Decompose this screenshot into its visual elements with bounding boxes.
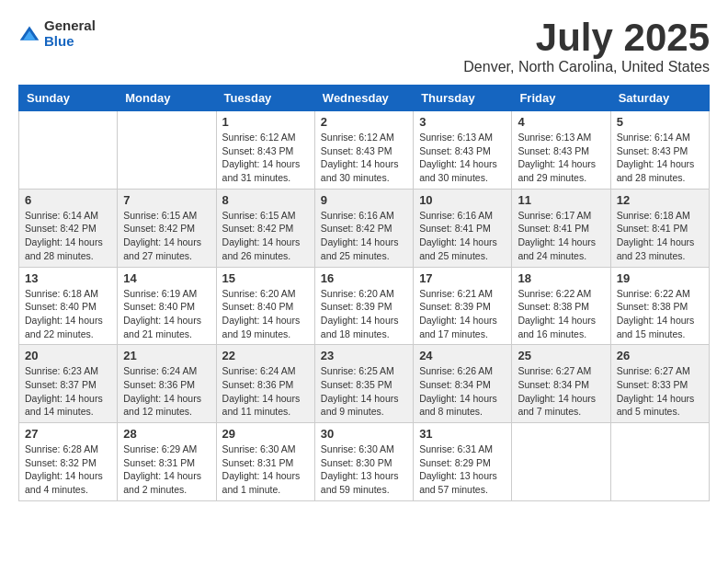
day-number: 31 <box>419 427 506 441</box>
location: Denver, North Carolina, United States <box>463 59 710 75</box>
day-number: 26 <box>617 349 703 362</box>
weekday-header: Tuesday <box>216 86 314 111</box>
calendar-day-cell: 11Sunrise: 6:17 AMSunset: 8:41 PMDayligh… <box>512 189 610 267</box>
calendar-day-cell: 9Sunrise: 6:16 AMSunset: 8:42 PMDaylight… <box>314 189 413 267</box>
calendar-day-cell: 27Sunrise: 6:28 AMSunset: 8:32 PMDayligh… <box>19 423 118 501</box>
day-number: 9 <box>321 193 407 207</box>
day-info: Sunrise: 6:12 AMSunset: 8:43 PMDaylight:… <box>222 131 309 185</box>
calendar-day-cell: 29Sunrise: 6:30 AMSunset: 8:31 PMDayligh… <box>216 423 314 501</box>
calendar-day-cell: 4Sunrise: 6:13 AMSunset: 8:43 PMDaylight… <box>512 111 610 190</box>
calendar-day-cell: 31Sunrise: 6:31 AMSunset: 8:29 PMDayligh… <box>414 423 512 501</box>
calendar-day-cell: 16Sunrise: 6:20 AMSunset: 8:39 PMDayligh… <box>314 267 413 345</box>
day-info: Sunrise: 6:22 AMSunset: 8:38 PMDaylight:… <box>518 287 604 341</box>
calendar-week-row: 13Sunrise: 6:18 AMSunset: 8:40 PMDayligh… <box>19 267 710 345</box>
calendar-day-cell: 7Sunrise: 6:15 AMSunset: 8:42 PMDaylight… <box>118 189 216 267</box>
day-info: Sunrise: 6:27 AMSunset: 8:34 PMDaylight:… <box>518 364 604 419</box>
day-number: 6 <box>25 193 111 207</box>
calendar-day-cell: 14Sunrise: 6:19 AMSunset: 8:40 PMDayligh… <box>118 267 216 345</box>
day-number: 8 <box>222 193 309 207</box>
day-number: 5 <box>617 115 703 129</box>
day-info: Sunrise: 6:13 AMSunset: 8:43 PMDaylight:… <box>419 131 506 185</box>
title-block: July 2025 Denver, North Carolina, United… <box>463 18 710 75</box>
day-info: Sunrise: 6:14 AMSunset: 8:42 PMDaylight:… <box>25 209 111 263</box>
calendar-day-cell: 28Sunrise: 6:29 AMSunset: 8:31 PMDayligh… <box>118 423 216 501</box>
weekday-header: Wednesday <box>314 86 413 111</box>
day-info: Sunrise: 6:24 AMSunset: 8:36 PMDaylight:… <box>222 364 309 419</box>
day-info: Sunrise: 6:16 AMSunset: 8:42 PMDaylight:… <box>321 209 407 263</box>
calendar-week-row: 1Sunrise: 6:12 AMSunset: 8:43 PMDaylight… <box>19 111 710 190</box>
day-info: Sunrise: 6:30 AMSunset: 8:31 PMDaylight:… <box>222 442 309 497</box>
day-info: Sunrise: 6:26 AMSunset: 8:34 PMDaylight:… <box>419 364 506 419</box>
day-info: Sunrise: 6:14 AMSunset: 8:43 PMDaylight:… <box>617 131 703 185</box>
day-info: Sunrise: 6:31 AMSunset: 8:29 PMDaylight:… <box>419 442 506 497</box>
weekday-header: Saturday <box>610 86 709 111</box>
calendar-day-cell <box>118 111 216 190</box>
day-info: Sunrise: 6:18 AMSunset: 8:41 PMDaylight:… <box>617 209 703 263</box>
day-info: Sunrise: 6:20 AMSunset: 8:40 PMDaylight:… <box>222 287 309 341</box>
calendar-header-row: SundayMondayTuesdayWednesdayThursdayFrid… <box>19 86 710 111</box>
calendar-day-cell: 24Sunrise: 6:26 AMSunset: 8:34 PMDayligh… <box>414 345 512 423</box>
day-info: Sunrise: 6:27 AMSunset: 8:33 PMDaylight:… <box>617 364 703 419</box>
calendar-day-cell: 17Sunrise: 6:21 AMSunset: 8:39 PMDayligh… <box>414 267 512 345</box>
day-number: 27 <box>25 427 111 441</box>
day-number: 18 <box>518 271 604 285</box>
calendar-day-cell: 13Sunrise: 6:18 AMSunset: 8:40 PMDayligh… <box>19 267 118 345</box>
day-number: 17 <box>419 271 506 285</box>
calendar-day-cell: 15Sunrise: 6:20 AMSunset: 8:40 PMDayligh… <box>216 267 314 345</box>
calendar-day-cell: 20Sunrise: 6:23 AMSunset: 8:37 PMDayligh… <box>19 345 118 423</box>
day-info: Sunrise: 6:16 AMSunset: 8:41 PMDaylight:… <box>419 209 506 263</box>
logo: General Blue <box>18 18 96 49</box>
day-info: Sunrise: 6:12 AMSunset: 8:43 PMDaylight:… <box>321 131 407 185</box>
day-number: 22 <box>222 349 309 362</box>
day-number: 21 <box>123 349 210 362</box>
day-info: Sunrise: 6:23 AMSunset: 8:37 PMDaylight:… <box>25 364 111 419</box>
day-info: Sunrise: 6:15 AMSunset: 8:42 PMDaylight:… <box>222 209 309 263</box>
calendar-day-cell: 3Sunrise: 6:13 AMSunset: 8:43 PMDaylight… <box>414 111 512 190</box>
day-number: 25 <box>518 349 604 362</box>
day-info: Sunrise: 6:22 AMSunset: 8:38 PMDaylight:… <box>617 287 703 341</box>
day-info: Sunrise: 6:28 AMSunset: 8:32 PMDaylight:… <box>25 442 111 497</box>
month-title: July 2025 <box>463 18 710 57</box>
weekday-header: Thursday <box>414 86 512 111</box>
calendar-day-cell <box>19 111 118 190</box>
calendar-table: SundayMondayTuesdayWednesdayThursdayFrid… <box>18 85 710 501</box>
day-number: 13 <box>25 271 111 285</box>
day-number: 28 <box>123 427 210 441</box>
day-number: 10 <box>419 193 506 207</box>
day-info: Sunrise: 6:17 AMSunset: 8:41 PMDaylight:… <box>518 209 604 263</box>
day-number: 24 <box>419 349 506 362</box>
calendar-day-cell: 18Sunrise: 6:22 AMSunset: 8:38 PMDayligh… <box>512 267 610 345</box>
calendar-day-cell: 22Sunrise: 6:24 AMSunset: 8:36 PMDayligh… <box>216 345 314 423</box>
calendar-week-row: 27Sunrise: 6:28 AMSunset: 8:32 PMDayligh… <box>19 423 710 501</box>
calendar-week-row: 20Sunrise: 6:23 AMSunset: 8:37 PMDayligh… <box>19 345 710 423</box>
day-info: Sunrise: 6:21 AMSunset: 8:39 PMDaylight:… <box>419 287 506 341</box>
day-number: 15 <box>222 271 309 285</box>
day-info: Sunrise: 6:19 AMSunset: 8:40 PMDaylight:… <box>123 287 210 341</box>
day-number: 23 <box>321 349 407 362</box>
day-number: 16 <box>321 271 407 285</box>
day-number: 7 <box>123 193 210 207</box>
day-info: Sunrise: 6:24 AMSunset: 8:36 PMDaylight:… <box>123 364 210 419</box>
calendar-week-row: 6Sunrise: 6:14 AMSunset: 8:42 PMDaylight… <box>19 189 710 267</box>
day-info: Sunrise: 6:30 AMSunset: 8:30 PMDaylight:… <box>321 442 407 497</box>
calendar-day-cell: 19Sunrise: 6:22 AMSunset: 8:38 PMDayligh… <box>610 267 709 345</box>
logo-text: General Blue <box>44 18 96 49</box>
page-header: General Blue July 2025 Denver, North Car… <box>18 18 710 75</box>
logo-icon <box>18 23 40 45</box>
calendar-day-cell: 1Sunrise: 6:12 AMSunset: 8:43 PMDaylight… <box>216 111 314 190</box>
calendar-day-cell: 25Sunrise: 6:27 AMSunset: 8:34 PMDayligh… <box>512 345 610 423</box>
day-info: Sunrise: 6:20 AMSunset: 8:39 PMDaylight:… <box>321 287 407 341</box>
calendar-day-cell: 8Sunrise: 6:15 AMSunset: 8:42 PMDaylight… <box>216 189 314 267</box>
day-info: Sunrise: 6:29 AMSunset: 8:31 PMDaylight:… <box>123 442 210 497</box>
calendar-day-cell: 2Sunrise: 6:12 AMSunset: 8:43 PMDaylight… <box>314 111 413 190</box>
day-number: 20 <box>25 349 111 362</box>
day-number: 12 <box>617 193 703 207</box>
calendar-day-cell <box>512 423 610 501</box>
calendar-day-cell: 12Sunrise: 6:18 AMSunset: 8:41 PMDayligh… <box>610 189 709 267</box>
calendar-day-cell: 5Sunrise: 6:14 AMSunset: 8:43 PMDaylight… <box>610 111 709 190</box>
day-number: 11 <box>518 193 604 207</box>
day-info: Sunrise: 6:25 AMSunset: 8:35 PMDaylight:… <box>321 364 407 419</box>
logo-blue: Blue <box>44 34 96 50</box>
day-number: 2 <box>321 115 407 129</box>
calendar-day-cell: 23Sunrise: 6:25 AMSunset: 8:35 PMDayligh… <box>314 345 413 423</box>
